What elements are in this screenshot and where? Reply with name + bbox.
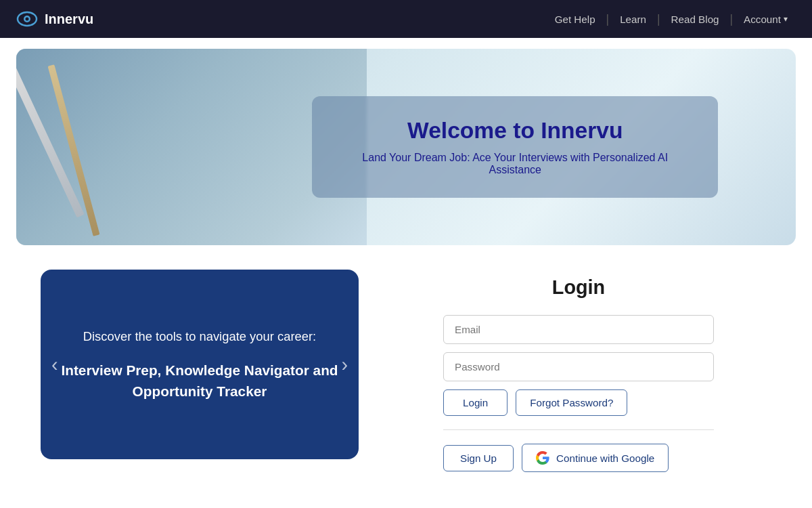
nav-links: Get Help | Learn | Read Blog | Account ▾ xyxy=(547,8,796,30)
login-primary-actions: Login Forgot Password? xyxy=(443,389,714,416)
eye-icon xyxy=(16,8,38,30)
google-button-label: Continue with Google xyxy=(556,452,654,464)
carousel-next-button[interactable]: › xyxy=(336,348,353,381)
nav-read-blog[interactable]: Read Blog xyxy=(663,8,727,30)
nav-get-help[interactable]: Get Help xyxy=(547,8,604,30)
chevron-down-icon: ▾ xyxy=(784,14,788,24)
main-content: ‹ Discover the tools to navigate your ca… xyxy=(0,256,812,499)
svg-point-2 xyxy=(26,18,29,21)
login-button[interactable]: Login xyxy=(443,389,508,416)
email-field[interactable] xyxy=(443,315,714,344)
nav-divider-3: | xyxy=(730,12,734,26)
login-title: Login xyxy=(552,276,605,299)
google-icon xyxy=(536,451,549,465)
login-alt-actions: Sign Up Continue with Google xyxy=(443,444,714,472)
account-label: Account xyxy=(744,14,781,25)
login-form: Login Forgot Password? Sign Up Continue … xyxy=(443,315,714,472)
brand-link[interactable]: Innervu xyxy=(16,8,93,30)
carousel-prev-button[interactable]: ‹ xyxy=(46,348,64,381)
carousel-card: ‹ Discover the tools to navigate your ca… xyxy=(41,270,359,459)
carousel-discover-text: Discover the tools to navigate your care… xyxy=(83,327,316,346)
nav-divider-1: | xyxy=(606,12,610,26)
hero-text-box: Welcome to Innervu Land Your Dream Job: … xyxy=(312,96,718,198)
account-menu[interactable]: Account ▾ xyxy=(736,8,796,30)
carousel-tools-text: Interview Prep, Knowledge Navigator and … xyxy=(61,360,338,402)
navbar: Innervu Get Help | Learn | Read Blog | A… xyxy=(0,0,812,38)
signup-button[interactable]: Sign Up xyxy=(443,445,514,471)
hero-subtitle: Land Your Dream Job: Ace Your Interviews… xyxy=(344,152,685,176)
nav-learn[interactable]: Learn xyxy=(612,8,654,30)
password-field[interactable] xyxy=(443,352,714,381)
forgot-password-button[interactable]: Forgot Password? xyxy=(516,389,627,416)
brand-name: Innervu xyxy=(45,12,93,27)
login-section: Login Login Forgot Password? Sign Up xyxy=(386,270,771,472)
google-signin-button[interactable]: Continue with Google xyxy=(522,444,669,472)
login-divider xyxy=(443,429,714,430)
hero-banner: Welcome to Innervu Land Your Dream Job: … xyxy=(16,49,796,245)
nav-divider-2: | xyxy=(657,12,660,26)
hero-title: Welcome to Innervu xyxy=(344,118,685,144)
